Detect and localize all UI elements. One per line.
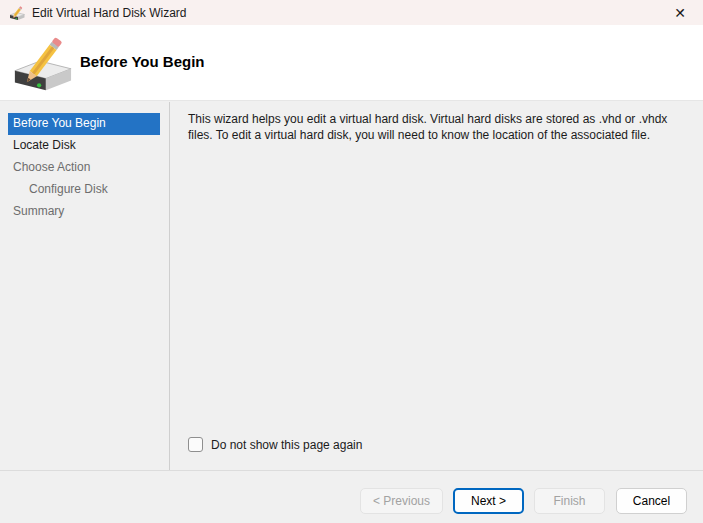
- next-button[interactable]: Next >: [453, 488, 524, 514]
- do-not-show-again-label: Do not show this page again: [211, 438, 362, 452]
- wizard-steps-sidebar: Before You Begin Locate Disk Choose Acti…: [0, 102, 170, 470]
- wizard-content: This wizard helps you edit a virtual har…: [188, 102, 693, 470]
- edit-virtual-hard-disk-wizard-window: Edit Virtual Hard Disk Wizard ✕ Before Y…: [0, 0, 703, 523]
- wizard-button-bar: < Previous Next > Finish Cancel: [0, 470, 703, 523]
- sidebar-item-choose-action: Choose Action: [0, 157, 160, 179]
- hard-disk-pencil-icon: [11, 32, 73, 94]
- intro-text: This wizard helps you edit a virtual har…: [188, 111, 693, 143]
- close-icon: ✕: [674, 5, 686, 21]
- finish-button: Finish: [534, 488, 605, 514]
- page-title: Before You Begin: [80, 53, 204, 70]
- wizard-body: Before You Begin Locate Disk Choose Acti…: [0, 102, 703, 470]
- sidebar-item-configure-disk: Configure Disk: [0, 179, 160, 201]
- titlebar[interactable]: Edit Virtual Hard Disk Wizard ✕: [0, 0, 703, 25]
- sidebar-item-before-you-begin[interactable]: Before You Begin: [8, 113, 160, 135]
- close-button[interactable]: ✕: [657, 0, 703, 25]
- window-title: Edit Virtual Hard Disk Wizard: [32, 6, 187, 20]
- previous-button: < Previous: [360, 488, 443, 514]
- cancel-button[interactable]: Cancel: [616, 488, 687, 514]
- wizard-disk-pencil-icon: [9, 5, 25, 21]
- sidebar-item-summary: Summary: [0, 201, 160, 223]
- do-not-show-again-checkbox[interactable]: [188, 437, 203, 452]
- sidebar-item-locate-disk[interactable]: Locate Disk: [0, 135, 160, 157]
- wizard-header: Before You Begin: [0, 25, 703, 101]
- do-not-show-again-row: Do not show this page again: [188, 437, 362, 452]
